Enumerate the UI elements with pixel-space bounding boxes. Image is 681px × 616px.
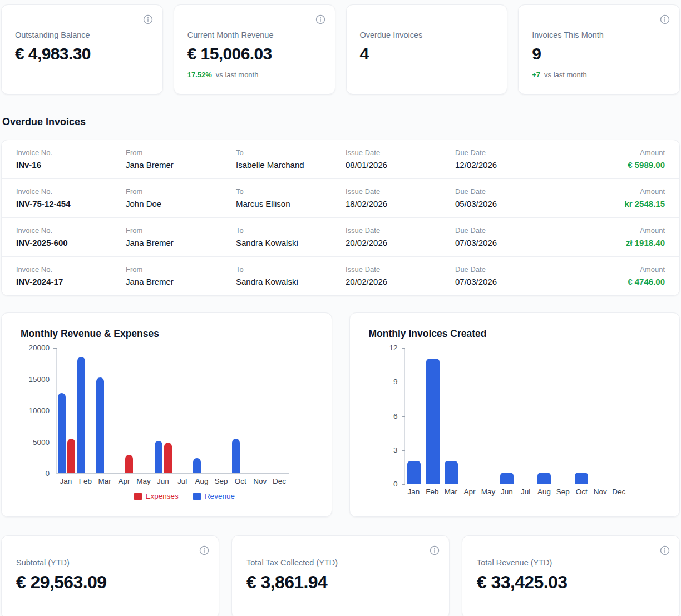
invoices-bar-mar[interactable] [445, 461, 458, 484]
legend-item-revenue[interactable]: Revenue [193, 492, 235, 500]
invoice-row[interactable]: Invoice No. INV-2025-600 From Jana Breme… [2, 217, 679, 256]
invoices-created-chart-card: Monthly Invoices Created 036912JanFebMar… [349, 312, 680, 517]
invoice-number-cell: Invoice No. INV-2025-600 [16, 226, 126, 247]
stat-card-current-month-revenue: Current Month Revenue € 15,006.03 17.52%… [174, 4, 335, 95]
top-stat-cards: Outstanding Balance € 4,983.30 Current M… [1, 4, 680, 95]
due-date-value: 12/02/2026 [455, 160, 565, 170]
axis-tick [53, 443, 57, 443]
invoices-bar-jun[interactable] [500, 473, 514, 484]
column-label: From [126, 226, 236, 235]
column-label: To [236, 226, 346, 235]
x-tick-label: Apr [460, 488, 479, 496]
info-icon[interactable] [315, 14, 326, 25]
stat-value: 9 [532, 44, 666, 63]
info-icon[interactable] [429, 545, 440, 556]
column-label: To [236, 187, 346, 196]
info-icon[interactable] [659, 545, 670, 556]
bar-group-apr [461, 348, 479, 484]
column-label: Due Date [455, 265, 565, 274]
amount-cell: Amount zł 1918.40 [565, 226, 665, 247]
expenses-bar-apr[interactable] [125, 455, 133, 473]
x-tick-label: Apr [115, 477, 134, 485]
revenue-bar-oct[interactable] [232, 439, 240, 473]
bar-group-may [479, 348, 497, 484]
column-label: Invoice No. [16, 148, 126, 157]
column-label: Invoice No. [16, 226, 126, 235]
axis-tick [53, 474, 57, 474]
stat-value: € 29,563.09 [16, 572, 204, 593]
x-tick-label: Jul [172, 477, 192, 485]
bar-group-jun [154, 348, 173, 473]
invoice-number-value: INv-16 [16, 160, 126, 170]
invoices-bar-aug[interactable] [537, 473, 551, 484]
legend-item-expenses[interactable]: Expenses [134, 492, 179, 500]
amount-value: zł 1918.40 [565, 238, 665, 247]
bar-group-jan [405, 348, 423, 484]
invoices-bar-jan[interactable] [407, 461, 421, 484]
revenue-bar-jun[interactable] [155, 441, 162, 473]
expenses-bar-jun[interactable] [164, 443, 172, 473]
bar-group-sep [554, 348, 572, 484]
to-value: Sandra Kowalski [236, 238, 346, 247]
x-tick-label: Sep [554, 488, 573, 496]
invoices-bar-feb[interactable] [426, 359, 440, 484]
due-date-cell: Due Date 07/03/2026 [455, 265, 565, 286]
revenue-bar-feb[interactable] [77, 357, 85, 473]
from-cell: From Jana Bremer [126, 226, 236, 247]
bar-group-aug [193, 348, 212, 473]
invoices-created-chart: 036912JanFebMarAprMayJunJulAugSepOctNovD… [369, 348, 661, 496]
from-value: Jana Bremer [126, 160, 236, 170]
due-date-value: 07/03/2026 [455, 238, 565, 247]
invoice-row[interactable]: Invoice No. INV-75-12-454 From John Doe … [2, 178, 679, 217]
y-axis: 036912 [369, 348, 404, 484]
bar-group-jul [516, 348, 535, 484]
bar-group-jun [498, 348, 516, 484]
info-icon[interactable] [142, 14, 154, 25]
issue-date-cell: Issue Date 08/01/2026 [346, 148, 455, 170]
to-value: Isabelle Marchand [236, 160, 346, 170]
invoice-number-cell: Invoice No. INv-16 [16, 148, 126, 170]
issue-date-cell: Issue Date 20/02/2026 [346, 226, 455, 247]
axis-tick [53, 380, 57, 380]
y-tick-label: 5000 [21, 438, 50, 447]
y-tick-label: 0 [21, 469, 50, 478]
axis-tick [402, 484, 405, 485]
from-cell: From John Doe [126, 187, 236, 208]
amount-cell: Amount € 5989.00 [565, 148, 665, 170]
stat-label: Total Revenue (YTD) [477, 558, 665, 567]
amount-cell: Amount € 4746.00 [565, 265, 665, 286]
x-axis-labels: JanFebMarAprMayJunJulAugSepOctNovDec [56, 477, 313, 485]
x-tick-label: Jun [153, 477, 172, 485]
issue-date-value: 18/02/2026 [346, 199, 455, 208]
revenue-bar-mar[interactable] [96, 377, 104, 473]
stat-value: 4 [360, 44, 494, 63]
issue-date-value: 08/01/2026 [346, 160, 455, 170]
due-date-cell: Due Date 12/02/2026 [455, 148, 565, 170]
info-icon[interactable] [659, 14, 670, 25]
invoices-bar-oct[interactable] [575, 473, 588, 484]
revenue-bar-aug[interactable] [193, 458, 201, 473]
info-icon[interactable] [199, 545, 210, 556]
x-tick-label: Jan [404, 488, 423, 496]
column-label: To [236, 265, 346, 274]
axis-tick [402, 450, 405, 451]
plot-area [404, 348, 629, 484]
x-tick-label: Aug [192, 477, 211, 485]
from-cell: From Jana Bremer [126, 265, 236, 286]
from-value: Jana Bremer [126, 277, 236, 286]
column-label: Invoice No. [16, 187, 126, 196]
from-cell: From Jana Bremer [126, 148, 236, 170]
column-label: Issue Date [346, 265, 455, 274]
x-tick-label: Aug [535, 488, 554, 496]
to-cell: To Sandra Kowalski [236, 226, 346, 247]
invoice-row[interactable]: Invoice No. INV-2024-17 From Jana Bremer… [2, 256, 679, 295]
expenses-bar-jan[interactable] [67, 439, 75, 473]
bar-group-oct [573, 348, 591, 484]
invoice-row[interactable]: Invoice No. INv-16 From Jana Bremer To I… [2, 140, 679, 178]
invoice-number-value: INV-75-12-454 [16, 199, 126, 208]
stat-card-outstanding-balance: Outstanding Balance € 4,983.30 [1, 4, 163, 95]
x-tick-label: May [479, 488, 498, 496]
x-tick-label: Dec [610, 488, 629, 496]
revenue-bar-jan[interactable] [58, 393, 66, 473]
revenue-expenses-chart-title: Monthly Revenue & Expenses [21, 328, 313, 340]
